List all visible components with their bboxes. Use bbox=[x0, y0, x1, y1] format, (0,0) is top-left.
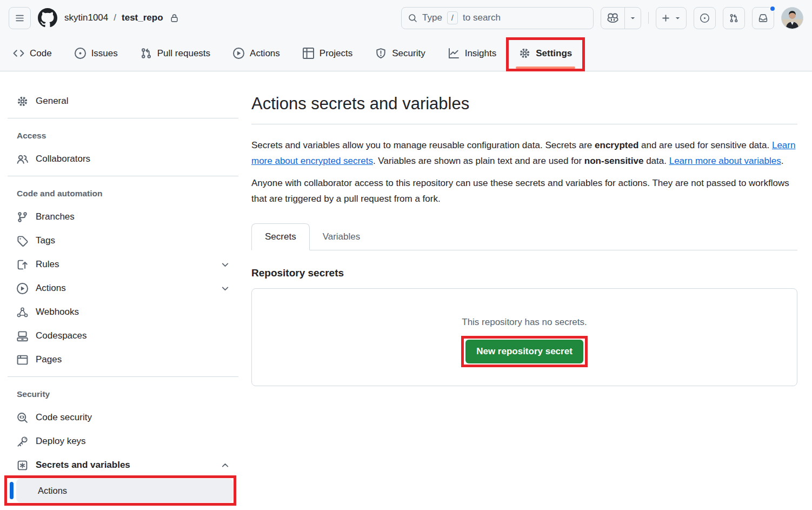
chevron-down-icon bbox=[221, 260, 230, 269]
settings-layout: General Access Collaborators Code and au… bbox=[0, 71, 812, 502]
active-tab-indicator bbox=[516, 67, 575, 69]
tab-label: Issues bbox=[91, 48, 118, 59]
code-icon bbox=[13, 48, 24, 59]
sidebar-item-rules[interactable]: Rules bbox=[8, 253, 239, 276]
sidebar-section-access: Access bbox=[8, 131, 239, 141]
sidebar-item-branches[interactable]: Branches bbox=[8, 205, 239, 229]
people-icon bbox=[17, 154, 28, 165]
avatar[interactable] bbox=[781, 7, 803, 29]
sidebar-item-label: Pages bbox=[36, 354, 62, 365]
avatar-photo bbox=[782, 8, 803, 29]
tab-projects[interactable]: Projects bbox=[295, 36, 360, 71]
tab-label: Insights bbox=[465, 48, 497, 59]
slash-key-hint: / bbox=[447, 11, 458, 24]
shield-icon bbox=[375, 48, 387, 59]
breadcrumb-separator: / bbox=[114, 12, 116, 23]
pull-requests-dashboard-button[interactable] bbox=[723, 7, 745, 29]
copilot-menu-button[interactable] bbox=[624, 8, 641, 29]
intro-text: Secrets and variables allow you to manag… bbox=[251, 140, 595, 150]
sidebar-item-collaborators[interactable]: Collaborators bbox=[8, 147, 239, 171]
chevron-down-icon bbox=[221, 284, 230, 293]
sidebar-item-label: Collaborators bbox=[36, 154, 90, 164]
sidebar-item-label: Actions bbox=[36, 283, 66, 294]
issue-opened-icon bbox=[700, 14, 709, 23]
sidebar-item-deploy-keys[interactable]: Deploy keys bbox=[8, 429, 239, 453]
sidebar-item-label: Code security bbox=[36, 412, 92, 423]
sidebar-item-label: Tags bbox=[36, 235, 55, 246]
play-icon bbox=[17, 283, 28, 294]
pull-request-icon bbox=[141, 48, 152, 59]
link-variables[interactable]: Learn more about variables bbox=[669, 156, 781, 166]
hamburger-menu-button[interactable] bbox=[9, 7, 31, 29]
codespaces-icon bbox=[17, 330, 28, 342]
breadcrumb-repo-link[interactable]: test_repo bbox=[122, 12, 163, 23]
gear-icon bbox=[519, 48, 530, 59]
sidebar-item-general[interactable]: General bbox=[8, 89, 239, 113]
tab-pull-requests[interactable]: Pull requests bbox=[133, 36, 218, 71]
sidebar-item-code-security[interactable]: Code security bbox=[8, 406, 239, 429]
tab-label: Pull requests bbox=[157, 48, 210, 59]
inbox-button[interactable] bbox=[752, 7, 774, 29]
tab-settings[interactable]: Settings bbox=[511, 36, 580, 71]
play-icon bbox=[233, 48, 244, 59]
repository-secrets-heading: Repository secrets bbox=[251, 267, 797, 279]
intro-bold-non-sensitive: non-sensitive bbox=[584, 156, 644, 166]
search-icon bbox=[408, 14, 417, 23]
tab-actions[interactable]: Actions bbox=[225, 36, 288, 71]
settings-sidebar: General Access Collaborators Code and au… bbox=[0, 71, 239, 502]
tab-secrets[interactable]: Secrets bbox=[251, 223, 310, 250]
tab-label: Projects bbox=[320, 48, 352, 59]
collaborator-access-paragraph: Anyone with collaborator access to this … bbox=[251, 175, 797, 207]
copilot-button-group bbox=[601, 7, 641, 29]
tab-variables[interactable]: Variables bbox=[310, 224, 374, 250]
header-divider bbox=[648, 12, 649, 24]
sidebar-subitem-actions[interactable]: Actions bbox=[8, 479, 234, 502]
search-input[interactable]: Type / to search bbox=[401, 7, 594, 29]
caret-down-icon bbox=[674, 15, 681, 22]
tab-label: Code bbox=[30, 48, 52, 59]
intro-text: . Variables are shown as plain text and … bbox=[373, 156, 584, 166]
sidebar-item-label: Codespaces bbox=[36, 330, 87, 341]
branch-icon bbox=[17, 211, 28, 223]
breadcrumb: skytin1004 / test_repo bbox=[64, 12, 179, 23]
copilot-button[interactable] bbox=[601, 8, 624, 29]
create-new-button[interactable] bbox=[656, 7, 687, 29]
chevron-up-icon bbox=[221, 461, 230, 470]
sidebar-divider bbox=[8, 176, 238, 176]
empty-state-message: This repository has no secrets. bbox=[462, 317, 587, 328]
repo-nav: Code Issues Pull requests Actions Projec… bbox=[0, 36, 812, 71]
tab-issues[interactable]: Issues bbox=[67, 36, 125, 71]
browser-icon bbox=[17, 354, 28, 366]
sidebar-item-secrets-and-variables[interactable]: Secrets and variables bbox=[8, 453, 239, 477]
graph-icon bbox=[448, 48, 460, 59]
tab-label: Settings bbox=[536, 48, 572, 59]
tab-code[interactable]: Code bbox=[5, 36, 59, 71]
tab-label: Actions bbox=[250, 48, 280, 59]
sidebar-item-tags[interactable]: Tags bbox=[8, 229, 239, 253]
sidebar-item-codespaces[interactable]: Codespaces bbox=[8, 324, 239, 348]
sidebar-item-label: Branches bbox=[36, 211, 75, 222]
new-repository-secret-button[interactable]: New repository secret bbox=[465, 340, 583, 363]
sidebar-item-pages[interactable]: Pages bbox=[8, 348, 239, 372]
inbox-icon bbox=[758, 14, 768, 23]
issues-dashboard-button[interactable] bbox=[694, 7, 716, 29]
sidebar-item-actions[interactable]: Actions bbox=[8, 276, 239, 300]
breadcrumb-owner-link[interactable]: skytin1004 bbox=[64, 12, 108, 23]
tab-insights[interactable]: Insights bbox=[441, 36, 504, 71]
main-content: Actions secrets and variables Secrets an… bbox=[239, 71, 812, 386]
intro-text: and are used for sensitive data. bbox=[638, 140, 772, 150]
tab-security[interactable]: Security bbox=[368, 36, 432, 71]
sidebar-item-webhooks[interactable]: Webhooks bbox=[8, 300, 239, 324]
sidebar-item-label: Rules bbox=[36, 259, 59, 270]
key-icon bbox=[17, 436, 28, 447]
sidebar-section-code-automation: Code and automation bbox=[8, 189, 239, 198]
search-placeholder-prefix: Type bbox=[422, 12, 442, 23]
sidebar-subitem-label: Actions bbox=[38, 486, 67, 496]
notification-dot bbox=[769, 5, 776, 12]
page-title: Actions secrets and variables bbox=[251, 93, 797, 115]
sidebar-item-label: Secrets and variables bbox=[36, 460, 130, 471]
intro-bold-encrypted: encrypted bbox=[595, 140, 638, 150]
gear-icon bbox=[17, 96, 28, 107]
github-logo[interactable] bbox=[38, 8, 57, 28]
search-placeholder-suffix: to search bbox=[463, 12, 501, 23]
